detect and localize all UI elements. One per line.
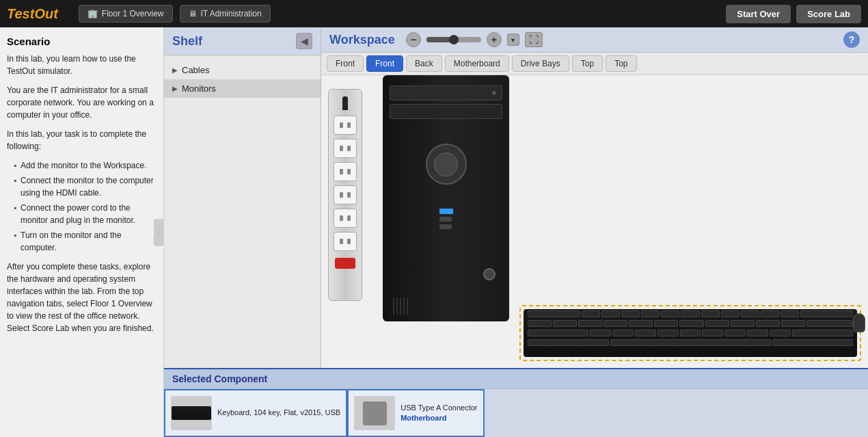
scenario-text-3: In this lab, your task is to complete th… (7, 128, 157, 153)
mouse-container (853, 313, 867, 361)
monitor-icon: 🖥 (189, 9, 197, 18)
outlet-hole-left (340, 122, 343, 128)
tab-motherboard[interactable]: Motherboard (445, 55, 509, 72)
scenario-text-1: In this lab, you learn how to use the Te… (7, 53, 157, 77)
outlet-1 (334, 116, 357, 135)
tab-top2[interactable]: Top (606, 55, 636, 72)
shelf-items: ▶ Cables ▶ Monitors (164, 55, 321, 368)
scenario-text-2: You are the IT administrator for a small… (7, 84, 157, 121)
workspace-panel: Workspace − + ▾ ⛶ ? Front Fron (321, 27, 868, 368)
shelf-header: Shelf ◀ (164, 27, 321, 55)
selected-component-header: Selected Component (164, 369, 868, 389)
keyboard-image (524, 309, 857, 357)
fit-button[interactable]: ⛶ (525, 32, 543, 47)
workspace-canvas (321, 75, 868, 368)
tower-usb-area (439, 209, 453, 229)
main-layout: Scenario In this lab, you learn how to u… (0, 27, 868, 437)
dvd-drive (390, 104, 502, 119)
mouse-body (853, 313, 865, 332)
resize-handle[interactable]: ⋮ (154, 219, 163, 246)
zoom-in-button[interactable]: + (487, 32, 502, 47)
keyboard-thumb-img (172, 406, 211, 420)
power-cord-top (342, 96, 348, 110)
tab-front2[interactable]: Front (366, 55, 403, 72)
scenario-footer: After you complete these tasks, explore … (7, 261, 157, 334)
selected-item-keyboard[interactable]: Keyboard, 104 key, Flat, v2015, USB (164, 389, 347, 437)
outlet-3 (334, 162, 357, 181)
cables-expand-icon: ▶ (172, 66, 178, 74)
connector-item-text: USB Type A Connector Motherboard (401, 403, 477, 424)
shelf-panel: Shelf ◀ ▶ Cables ▶ Monitors (164, 27, 321, 368)
outlet-5 (334, 209, 357, 228)
floor-icon: 🏢 (87, 9, 98, 18)
zoom-slider[interactable] (426, 37, 481, 42)
it-admin-button[interactable]: 🖥 IT Administration (180, 5, 271, 23)
keyboard-thumbnail (171, 396, 212, 430)
workspace-content[interactable] (321, 75, 868, 368)
tab-drive-bays[interactable]: Drive Bays (512, 55, 569, 72)
fit-icon: ⛶ (529, 34, 539, 45)
keyboard-container[interactable] (519, 305, 861, 361)
top-area: Shelf ◀ ▶ Cables ▶ Monitors Wo (164, 27, 868, 368)
tower-body (383, 75, 509, 321)
outlet-4 (334, 185, 357, 204)
right-area: Shelf ◀ ▶ Cables ▶ Monitors Wo (164, 27, 868, 437)
zoom-out-button[interactable]: − (406, 32, 421, 47)
shelf-collapse-button[interactable]: ◀ (296, 33, 312, 49)
power-switch[interactable] (335, 258, 355, 269)
task-item-1: Add the monitor to the Workspace. (14, 159, 157, 172)
task-item-2: Connect the monitor to the computer usin… (14, 174, 157, 199)
connector-thumbnail (354, 396, 395, 430)
workspace-title: Workspace (329, 33, 395, 47)
tab-front1[interactable]: Front (327, 55, 364, 72)
zoom-thumb (449, 35, 459, 44)
usb-port-1[interactable] (439, 209, 453, 214)
tab-back[interactable]: Back (406, 55, 442, 72)
selected-items: Keyboard, 104 key, Flat, v2015, USB USB … (164, 389, 868, 437)
usb-port-2[interactable] (439, 217, 452, 222)
tower-center-inner (434, 153, 458, 176)
view-tabs: Front Front Back Motherboard Drive Bays … (321, 53, 868, 75)
monitors-label: Monitors (182, 83, 216, 94)
task-item-4: Turn on the monitor and the computer. (14, 229, 157, 254)
task-list: Add the monitor to the Workspace. Connec… (7, 159, 157, 254)
workspace-header: Workspace − + ▾ ⛶ ? (321, 27, 868, 53)
outlet-hole-right (347, 122, 351, 128)
shelf-category-monitors[interactable]: ▶ Monitors (164, 79, 321, 98)
selected-item-connector[interactable]: USB Type A Connector Motherboard (347, 389, 484, 437)
zoom-dropdown-button[interactable]: ▾ (507, 34, 519, 46)
score-lab-button[interactable]: Score Lab (796, 5, 861, 23)
app-logo: TestOut (7, 6, 58, 22)
shelf-category-cables[interactable]: ▶ Cables (164, 61, 321, 79)
tower-center-button (426, 144, 467, 185)
outlet-2 (334, 139, 357, 158)
selected-component-panel: Selected Component Keyboard, 104 key, Fl… (164, 368, 868, 437)
shelf-title: Shelf (172, 34, 202, 49)
keyboard-item-text: Keyboard, 104 key, Flat, v2015, USB (217, 408, 340, 418)
topbar-actions: Start Over Score Lab (726, 5, 861, 23)
task-item-3: Connect the power cord to the monitor an… (14, 202, 157, 226)
computer-tower[interactable] (383, 75, 509, 328)
floor-overview-button[interactable]: 🏢 Floor 1 Overview (79, 5, 173, 23)
power-strip[interactable] (328, 89, 366, 315)
cd-drive (390, 85, 502, 101)
connector-thumb-img (363, 401, 387, 425)
scenario-panel: Scenario In this lab, you learn how to u… (0, 27, 164, 437)
keyboard-highlight (519, 305, 861, 361)
scenario-title: Scenario (7, 36, 157, 47)
power-strip-body (328, 89, 362, 301)
monitors-expand-icon: ▶ (172, 85, 178, 92)
outlet-6 (334, 232, 357, 251)
start-over-button[interactable]: Start Over (726, 5, 791, 23)
tower-vents (393, 297, 408, 315)
tower-power-button[interactable] (483, 268, 496, 280)
tab-top1[interactable]: Top (572, 55, 603, 72)
usb-port-3[interactable] (439, 224, 452, 229)
cables-label: Cables (182, 65, 209, 75)
topbar: TestOut 🏢 Floor 1 Overview 🖥 IT Administ… (0, 0, 868, 27)
help-button[interactable]: ? (843, 31, 860, 48)
